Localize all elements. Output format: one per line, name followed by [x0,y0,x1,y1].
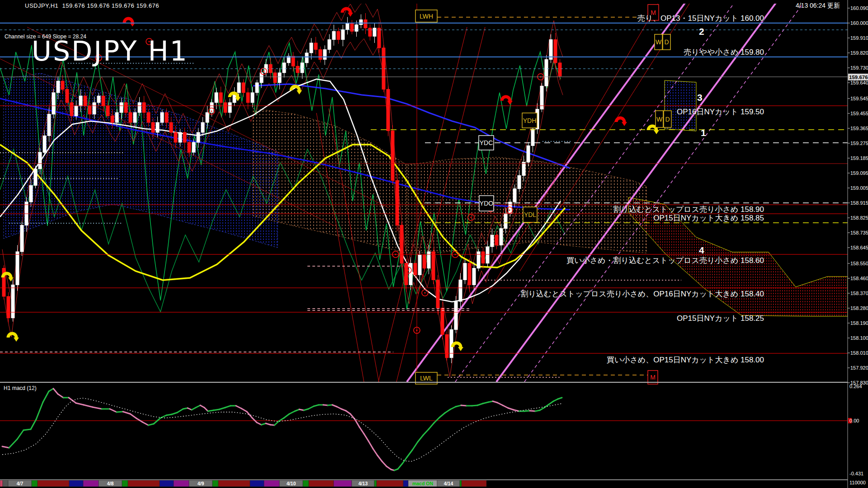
macd-main-line [407,450,412,457]
trading-chart-window[interactable]: LWHMWDYDHWDYDCYDOYDLLWLM159.6764/74/84/9… [0,0,868,488]
macd-main-line [123,412,130,414]
candle-body [16,252,19,285]
candle-body [188,142,191,152]
candle-body [305,53,308,63]
macd-main-line [142,422,148,425]
candle-body [183,132,186,142]
timeline-date-label: 4/9 [198,481,204,486]
candle-body [97,96,100,103]
price-axis-label: 159.820 [850,50,868,56]
macd-main-line [117,412,123,412]
wave-number-label: 4 [699,245,704,256]
candle-body [323,50,326,60]
candle-body [129,113,132,122]
macd-main-line [323,405,328,405]
macd-main-line [472,405,477,406]
macd-main-line [402,457,407,464]
candle-body [504,214,507,229]
candle-body [387,89,390,131]
macd-main-line [553,399,558,401]
pivot-box-label: YDO [480,200,493,207]
candle-body [29,185,33,202]
macd-main-line [9,439,17,448]
candle-body [350,23,354,31]
macd-main-line [183,408,188,409]
price-axis-label: 159.095 [850,170,868,176]
macd-main-line [130,414,137,418]
candle-body [441,308,444,335]
candle-body [292,56,295,66]
macd-main-line [274,421,279,425]
macd-main-line [247,412,252,418]
macd-main-line [387,466,391,469]
candle-body [319,50,322,60]
macd-toggle-label[interactable]: macd ON [412,481,433,486]
candle-body [47,114,51,136]
price-axis-label: 157.920 [850,365,868,371]
macd-main-line [439,413,445,418]
macd-main-line [84,405,93,407]
candle-body [314,43,317,50]
candle-body [310,43,313,53]
panel-separator [0,382,848,383]
candle-body [242,83,245,93]
price-annotation: OP16日NYカット 159.50 [677,107,764,117]
macd-main-line [204,408,208,411]
candle-body [255,83,259,93]
price-axis-label: 159.275 [850,141,868,146]
panel-separator [0,479,848,480]
timeline-date-label: 4/13 [359,481,368,486]
candle-body [432,252,435,280]
candle-body [93,103,96,114]
price-axis-label: 159.910 [850,35,868,41]
price-axis-label: 158.735 [850,230,868,235]
candle-body [11,285,14,318]
candle-body [84,96,87,106]
macd-main-line [398,464,402,469]
macd-main-line [110,409,117,412]
timeline-date-label: 4/10 [287,481,296,486]
macd-main-line [225,406,231,408]
macd-main-line [261,423,266,425]
candle-body [174,132,177,142]
price-chart-canvas[interactable]: LWHMWDYDHWDYDCYDOYDLLWLM159.6764/74/84/9… [0,0,868,488]
red-uturn-arrowhead [507,101,513,105]
updated-timestamp: 4/13 06:24 更新 [796,2,840,10]
red-uturn-arc [502,97,510,101]
candle-body [124,103,127,113]
session-ribbon-segment [250,480,264,487]
candle-body [481,252,485,263]
candle-body [341,30,344,40]
price-axis-label: 158.915 [850,200,868,206]
signal-circle-dot [509,209,510,211]
macd-main-line [524,411,530,411]
candle-body [52,93,55,114]
yellow-uturn-arc [8,333,16,338]
session-ribbon-segment [377,480,403,487]
session-ribbon-segment [374,480,377,487]
candle-body [463,263,467,280]
macd-main-line [368,441,373,449]
pivot-box-label: YDC [480,139,493,146]
candle-body [355,25,358,32]
macd-main-line [337,407,341,409]
price-annotation: 買い小さめ、OP15日NYカット大きめ 158.00 [607,355,764,365]
candle-body [495,235,498,245]
session-ribbon-segment [218,480,250,487]
macd-main-line [418,435,423,442]
macd-main-line [314,405,319,406]
candle-body [61,81,64,89]
session-ribbon-segment [83,480,99,487]
candle-body [554,40,557,63]
session-ribbon-segment [212,480,218,487]
macd-main-line [493,401,497,403]
candle-body [518,175,521,188]
candle-body [522,162,525,175]
candle-body [224,103,227,113]
yellow-uturn-arrowhead [14,338,19,342]
candle-body [102,96,105,106]
pivot-box-label: D [665,116,670,123]
macd-main-line [382,461,387,466]
macd-main-line [558,398,562,399]
macd-main-line [483,402,488,404]
